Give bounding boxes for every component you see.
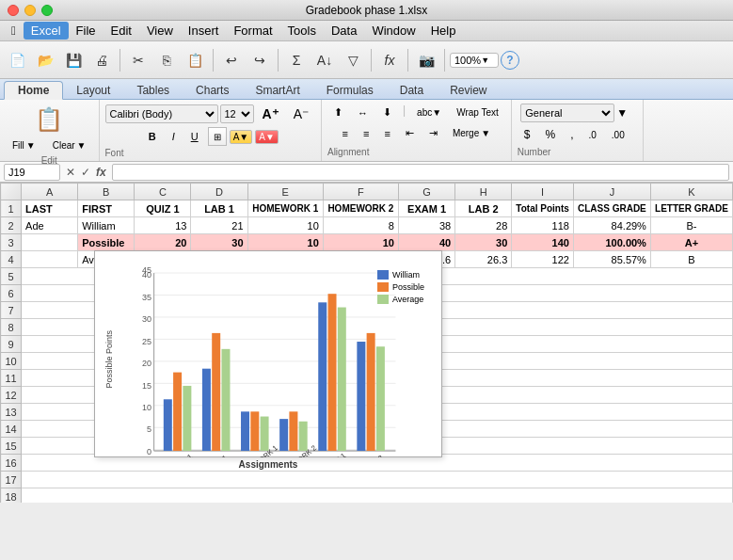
zoom-dropdown-icon[interactable]: ▼: [481, 56, 489, 65]
fx-button[interactable]: fx: [376, 47, 403, 73]
cell-A4[interactable]: [22, 251, 78, 268]
cell-B1[interactable]: FIRST: [78, 200, 135, 217]
align-right-btn[interactable]: ≡: [377, 124, 396, 142]
col-header-F[interactable]: F: [323, 184, 398, 200]
help-button[interactable]: ?: [501, 51, 519, 70]
camera-button[interactable]: 📷: [413, 47, 439, 73]
cell-J2[interactable]: 84.29%: [573, 217, 650, 234]
col-header-A[interactable]: A: [22, 184, 78, 200]
cell-E2[interactable]: 10: [247, 217, 323, 234]
align-center-btn[interactable]: ≡: [357, 124, 375, 142]
cell-G2[interactable]: 38: [398, 217, 454, 234]
cell-I2[interactable]: 118: [512, 217, 574, 234]
cell-H2[interactable]: 28: [455, 217, 512, 234]
align-left-btn[interactable]: ≡: [336, 124, 355, 142]
cell-E1[interactable]: HOMEWORK 1: [247, 200, 323, 217]
filter-button[interactable]: ▽: [340, 47, 366, 73]
col-header-K[interactable]: K: [650, 184, 732, 200]
zoom-box[interactable]: 100% ▼: [450, 53, 499, 68]
cell-H1[interactable]: LAB 2: [455, 200, 512, 217]
apple-menu[interactable]: : [4, 22, 24, 40]
tab-charts[interactable]: Charts: [183, 82, 242, 99]
cell-A2[interactable]: Ade: [22, 217, 78, 234]
cell-J1[interactable]: CLASS GRADE: [573, 200, 650, 217]
menu-insert[interactable]: Insert: [181, 22, 227, 40]
row-header-2[interactable]: 2: [1, 217, 22, 234]
traffic-lights[interactable]: [8, 5, 53, 16]
align-top-btn[interactable]: ⬆: [327, 104, 349, 121]
row-header-1[interactable]: 1: [1, 200, 22, 217]
cut-button[interactable]: ✂: [125, 47, 151, 73]
chart-container[interactable]: Possible Points 0 5 10: [94, 250, 442, 457]
cell-E3[interactable]: 10: [247, 234, 323, 251]
cell-F1[interactable]: HOMEWORK 2: [323, 200, 398, 217]
decrease-decimal-btn[interactable]: .0: [582, 127, 602, 143]
tab-smartart[interactable]: SmartArt: [242, 82, 312, 99]
font-color-btn[interactable]: A▼: [255, 130, 279, 144]
tab-layout[interactable]: Layout: [63, 82, 123, 99]
font-size-select[interactable]: 12: [220, 104, 254, 123]
menu-edit[interactable]: Edit: [104, 22, 139, 40]
fill-btn[interactable]: Fill▼: [6, 137, 42, 153]
col-header-I[interactable]: I: [512, 184, 574, 200]
cell-G3[interactable]: 40: [398, 234, 454, 251]
menu-tools[interactable]: Tools: [280, 22, 324, 40]
cell-B3[interactable]: Possible: [78, 234, 135, 251]
tab-home[interactable]: Home: [4, 81, 63, 100]
cell-F2[interactable]: 8: [323, 217, 398, 234]
col-header-D[interactable]: D: [191, 184, 247, 200]
align-bottom-btn[interactable]: ⬇: [376, 104, 398, 121]
cell-I1[interactable]: Total Points: [512, 200, 574, 217]
cell-G1[interactable]: EXAM 1: [398, 200, 454, 217]
cell-K3[interactable]: A+: [650, 234, 732, 251]
cell-ref-box[interactable]: J19: [4, 164, 60, 181]
col-header-E[interactable]: E: [247, 184, 323, 200]
cell-C2[interactable]: 13: [135, 217, 191, 234]
paste-ribbon-btn[interactable]: 📋: [28, 104, 70, 136]
redo-button[interactable]: ↪: [247, 47, 273, 73]
cell-K2[interactable]: B-: [650, 217, 732, 234]
copy-button[interactable]: ⎘: [153, 47, 180, 73]
sort-button[interactable]: A↓: [311, 47, 338, 73]
tab-tables[interactable]: Tables: [123, 82, 183, 99]
row-header-4[interactable]: 4: [1, 251, 22, 268]
menu-excel[interactable]: Excel: [24, 22, 69, 40]
abc-btn[interactable]: abc▼: [410, 104, 448, 121]
menu-format[interactable]: Format: [226, 22, 279, 40]
col-header-H[interactable]: H: [455, 184, 512, 200]
cell-K4[interactable]: B: [650, 251, 732, 268]
italic-btn[interactable]: I: [166, 128, 182, 145]
cancel-icon[interactable]: ✕: [64, 166, 77, 179]
wrap-text-btn[interactable]: Wrap Text: [450, 104, 505, 121]
cell-D1[interactable]: LAB 1: [191, 200, 247, 217]
cell-J3[interactable]: 100.00%: [573, 234, 650, 251]
bold-btn[interactable]: B: [142, 128, 163, 145]
align-middle-btn[interactable]: ↔: [351, 104, 374, 121]
undo-button[interactable]: ↩: [218, 47, 245, 73]
number-format-expand[interactable]: ▼: [616, 106, 628, 120]
highlight-color-btn[interactable]: A▼: [230, 130, 253, 144]
col-header-C[interactable]: C: [135, 184, 191, 200]
cell-K1[interactable]: LETTER GRADE: [650, 200, 732, 217]
cell-A3[interactable]: [22, 234, 78, 251]
number-format-select[interactable]: General: [520, 104, 614, 122]
cell-D3[interactable]: 30: [191, 234, 247, 251]
menu-window[interactable]: Window: [364, 22, 422, 40]
cell-H4[interactable]: 26.3: [455, 251, 512, 268]
tab-data[interactable]: Data: [387, 82, 437, 99]
underline-btn[interactable]: U: [184, 128, 205, 145]
border-btn[interactable]: ⊞: [208, 127, 227, 146]
menu-view[interactable]: View: [139, 22, 181, 40]
cell-B2[interactable]: William: [78, 217, 135, 234]
currency-btn[interactable]: $: [518, 125, 537, 144]
increase-decimal-btn[interactable]: .00: [605, 127, 631, 143]
confirm-icon[interactable]: ✓: [79, 166, 92, 179]
col-header-J[interactable]: J: [573, 184, 650, 200]
tab-review[interactable]: Review: [437, 82, 500, 99]
save-button[interactable]: 💾: [60, 47, 87, 73]
comma-btn[interactable]: ,: [564, 125, 580, 144]
cell-C3[interactable]: 20: [135, 234, 191, 251]
cell-D2[interactable]: 21: [191, 217, 247, 234]
open-button[interactable]: 📂: [32, 47, 58, 73]
new-button[interactable]: 📄: [4, 47, 30, 73]
